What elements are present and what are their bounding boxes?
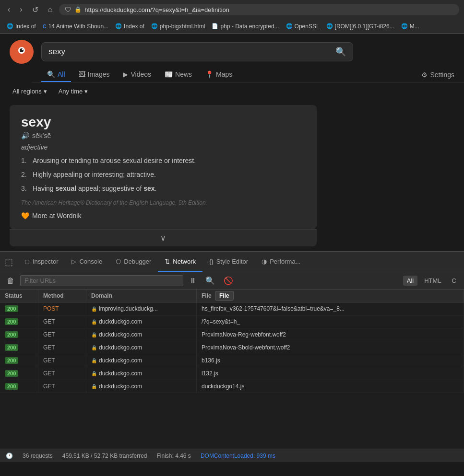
definition-source: The American Heritage® Dictionary of the…	[21, 199, 305, 206]
col-header-file: File File	[197, 290, 464, 302]
definition-word: sexy	[21, 115, 305, 130]
tab-maps[interactable]: 📍 Maps	[200, 68, 238, 82]
status-cell: 200	[0, 380, 38, 393]
method-cell: GET	[38, 341, 86, 354]
block-button[interactable]: 🚫	[221, 275, 236, 287]
method-cell: GET	[38, 315, 86, 328]
table-row[interactable]: 200 GET 🔒duckduckgo.com /?q=sexy&t=h_	[0, 315, 464, 328]
filter-c-button[interactable]: C	[448, 276, 460, 286]
browser-nav: ‹ › ↺ ⌂ 🛡 🔒 https://duckduckgo.com/?q=se…	[0, 0, 464, 19]
definition-item-2: 2. Highly appealing or interesting; attr…	[21, 170, 305, 180]
clear-network-button[interactable]: 🗑	[4, 275, 17, 287]
tab-news-label: News	[175, 70, 192, 78]
method-cell: GET	[38, 367, 86, 380]
bookmark-item[interactable]: 🌐 Index of	[112, 22, 147, 31]
inspector-label: Inspector	[33, 258, 58, 265]
transfer-size: 459.51 KB / 52.72 KB transferred	[62, 453, 147, 459]
devtools-tab-inspector[interactable]: ◻ Inspector	[18, 252, 65, 272]
filter-html-button[interactable]: HTML	[420, 276, 445, 286]
region-label: All regions	[12, 88, 42, 95]
devtools-tab-network[interactable]: ⇅ Network	[158, 252, 202, 272]
home-button[interactable]: ⌂	[45, 3, 56, 16]
ddg-results: sexy 🔊 sĕk′sē adjective 1. Arousing or t…	[0, 100, 464, 251]
devtools-tab-style-editor[interactable]: {} Style Editor	[202, 252, 255, 272]
bookmark-label: OpenSSL	[295, 23, 320, 30]
tab-all[interactable]: 🔍 All	[41, 68, 71, 82]
element-picker-button[interactable]: ⬚	[0, 257, 18, 267]
def-num-2: 2.	[21, 170, 29, 180]
tab-news[interactable]: 📰 News	[159, 68, 198, 82]
debugger-icon: ⬡	[116, 258, 121, 265]
all-search-icon: 🔍	[47, 70, 55, 78]
tab-images[interactable]: 🖼 Images	[73, 68, 116, 82]
expand-button[interactable]: ∨	[10, 229, 317, 246]
part-of-speech: adjective	[21, 143, 305, 151]
back-button[interactable]: ‹	[5, 3, 13, 16]
status-badge: 200	[5, 331, 18, 338]
svg-point-3	[22, 49, 24, 50]
tab-videos[interactable]: ▶ Videos	[117, 68, 157, 82]
file-cell: /?q=sexy&t=h_	[197, 315, 464, 328]
reload-button[interactable]: ↺	[29, 3, 41, 16]
filter-all-button[interactable]: All	[403, 276, 417, 286]
domain-cell: 🔒duckduckgo.com	[86, 367, 197, 380]
bookmark-item[interactable]: 📄 php - Data encrypted...	[209, 22, 282, 31]
settings-gear-icon: ⚙	[421, 71, 428, 79]
lock-icon: 🔒	[91, 345, 97, 350]
devtools-tab-debugger[interactable]: ⬡ Debugger	[109, 252, 158, 272]
address-bar[interactable]: 🛡 🔒 https://duckduckgo.com/?q=sexy&t=h_&…	[59, 4, 459, 15]
status-badge: 200	[5, 305, 18, 312]
bookmark-item[interactable]: 🌐 [ROM][6.0.1][GT-i826...	[323, 22, 397, 31]
search-network-button[interactable]: 🔍	[202, 275, 218, 287]
debugger-label: Debugger	[124, 258, 151, 265]
browser-chrome: ‹ › ↺ ⌂ 🛡 🔒 https://duckduckgo.com/?q=se…	[0, 0, 464, 34]
wordnik-link[interactable]: More at Wordnik	[32, 212, 81, 220]
ddg-search-box[interactable]: 🔍	[41, 42, 353, 61]
devtools-tab-console[interactable]: ▷ Console	[65, 252, 109, 272]
performance-label: Performa...	[270, 258, 300, 265]
def-num-3: 3.	[21, 184, 29, 194]
table-row[interactable]: 200 GET 🔒duckduckgo.com ProximaNova-Sbol…	[0, 341, 464, 354]
pronunciation-text: sĕk′sē	[32, 132, 51, 139]
file-cell: b136.js	[197, 354, 464, 367]
network-label: Network	[173, 258, 196, 265]
forward-button[interactable]: ›	[17, 3, 25, 16]
definition-item-1: 1. Arousing or tending to arouse sexual …	[21, 156, 305, 166]
bookmark-item[interactable]: 🌐 Index of	[4, 22, 39, 31]
bookmark-item[interactable]: 🌐 php-bigxhtml.html	[148, 22, 208, 31]
bookmark-item[interactable]: 🌐 M...	[398, 22, 422, 31]
table-row[interactable]: 200 GET 🔒duckduckgo.com b136.js	[0, 354, 464, 367]
col-header-status: Status	[0, 290, 38, 302]
pause-button[interactable]: ⏸	[186, 275, 200, 287]
devtools-tab-performance[interactable]: ◑ Performa...	[255, 252, 307, 272]
inspector-icon: ◻	[24, 258, 30, 265]
ddg-nav: 🔍 All 🖼 Images ▶ Videos 📰 News 📍 Maps ⚙	[32, 64, 464, 82]
region-filter[interactable]: All regions ▾	[10, 86, 50, 96]
pronunciation: 🔊 sĕk′sē	[21, 132, 305, 139]
audio-icon[interactable]: 🔊	[21, 132, 29, 139]
network-icon: ⇅	[165, 258, 170, 265]
domain-cell: 🔒duckduckgo.com	[86, 341, 197, 354]
bookmark-globe-icon: 🌐	[115, 23, 122, 29]
table-row[interactable]: 200 POST 🔒improving.duckduckg... hs_fire…	[0, 302, 464, 315]
network-toolbar: 🗑 ⏸ 🔍 🚫 All HTML C	[0, 272, 464, 290]
lock-icon: 🔒	[91, 371, 97, 376]
bookmark-label: Index of	[15, 23, 36, 30]
shield-icon: 🛡	[65, 6, 71, 13]
search-input[interactable]	[48, 47, 332, 57]
bookmark-label: php - Data encrypted...	[220, 23, 279, 30]
url-filter-input[interactable]	[20, 275, 183, 286]
file-col-label: File	[202, 292, 212, 299]
lock-icon: 🔒	[91, 358, 97, 363]
maps-icon: 📍	[205, 70, 214, 78]
file-cell: l132.js	[197, 367, 464, 380]
bookmark-item[interactable]: C 14 Anime With Shoun...	[40, 22, 111, 31]
time-filter[interactable]: Any time ▾	[56, 86, 91, 96]
tab-all-label: All	[58, 70, 65, 78]
bookmark-item[interactable]: 🌐 OpenSSL	[283, 22, 322, 31]
search-button[interactable]: 🔍	[335, 46, 346, 57]
table-row[interactable]: 200 GET 🔒duckduckgo.com ProximaNova-Reg-…	[0, 328, 464, 341]
settings-button[interactable]: ⚙ Settings	[421, 71, 454, 79]
table-row[interactable]: 200 GET 🔒duckduckgo.com l132.js	[0, 367, 464, 380]
table-row[interactable]: 200 GET 🔒duckduckgo.com duckduckgo14.js	[0, 380, 464, 393]
